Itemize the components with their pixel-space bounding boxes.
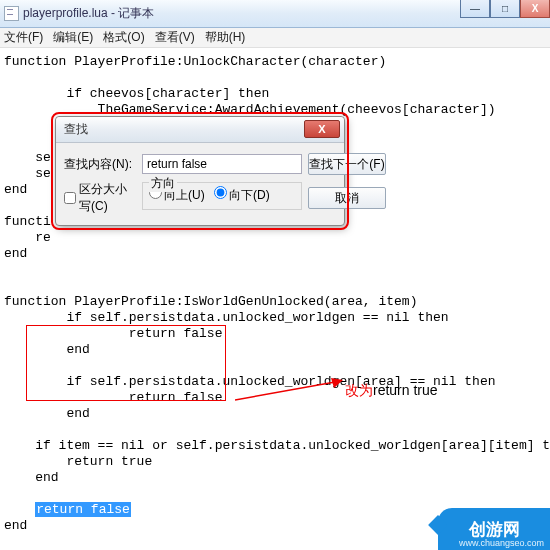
watermark-logo: 创游网 www.chuangseo.com: [438, 508, 550, 550]
window-titlebar: playerprofile.lua - 记事本 — □ X: [0, 0, 550, 28]
maximize-button[interactable]: □: [490, 0, 520, 18]
close-button[interactable]: X: [520, 0, 550, 18]
annotation-text: 改为return true: [345, 382, 438, 400]
close-icon: X: [318, 123, 325, 135]
direction-down[interactable]: 向下(D): [214, 188, 270, 202]
find-dialog-titlebar[interactable]: 查找 X: [56, 117, 344, 143]
find-dialog: 查找 X 查找内容(N): 查找下一个(F) 区分大小写(C) 方向 向上(U)…: [55, 116, 345, 226]
menu-file[interactable]: 文件(F): [4, 29, 43, 46]
cancel-button[interactable]: 取消: [308, 187, 386, 209]
find-what-input[interactable]: [142, 154, 302, 174]
window-title: playerprofile.lua - 记事本: [23, 5, 154, 22]
find-what-label: 查找内容(N):: [64, 156, 136, 173]
code-post: end function PlayerProfile:UnlockWorldGe…: [4, 518, 495, 550]
direction-group: 方向 向上(U) 向下(D): [142, 182, 302, 210]
notepad-icon: [4, 6, 19, 21]
watermark-url: www.chuangseo.com: [459, 538, 544, 548]
direction-legend: 方向: [149, 175, 177, 192]
window-controls: — □ X: [460, 0, 550, 18]
match-case-checkbox[interactable]: 区分大小写(C): [64, 181, 136, 215]
find-next-button[interactable]: 查找下一个(F): [308, 153, 386, 175]
match-case-label: 区分大小写(C): [79, 181, 136, 215]
minimize-button[interactable]: —: [460, 0, 490, 18]
menu-format[interactable]: 格式(O): [103, 29, 144, 46]
menu-help[interactable]: 帮助(H): [205, 29, 246, 46]
menu-edit[interactable]: 编辑(E): [53, 29, 93, 46]
menu-view[interactable]: 查看(V): [155, 29, 195, 46]
menu-bar: 文件(F) 编辑(E) 格式(O) 查看(V) 帮助(H): [0, 28, 550, 48]
match-case-input[interactable]: [64, 192, 76, 204]
find-dialog-title: 查找: [64, 121, 88, 138]
selection-highlight: return false: [35, 502, 131, 517]
find-dialog-close-button[interactable]: X: [304, 120, 340, 138]
